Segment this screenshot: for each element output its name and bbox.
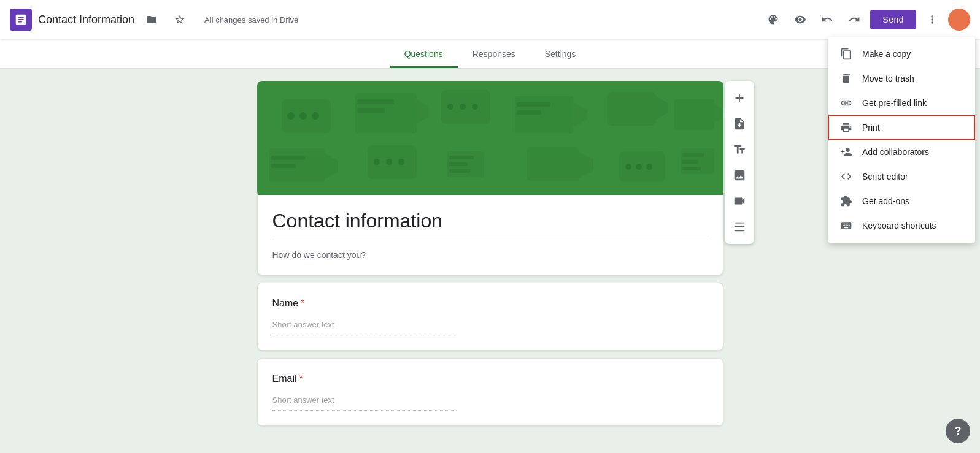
menu-item-script-editor[interactable]: Script editor: [828, 164, 975, 189]
form-banner: [257, 81, 723, 191]
import-questions-button[interactable]: [727, 112, 752, 136]
three-dots-icon: [926, 13, 938, 26]
tab-settings[interactable]: Settings: [530, 42, 591, 68]
palette-icon: [767, 13, 779, 26]
svg-point-1: [287, 112, 295, 120]
svg-rect-15: [517, 110, 541, 115]
svg-rect-18: [674, 99, 714, 130]
form-title-card: Contact information How do we contact yo…: [257, 191, 723, 275]
banner-svg: [257, 81, 723, 191]
keyboard-icon: [840, 219, 852, 232]
code-icon: [840, 170, 852, 183]
svg-point-35: [625, 164, 631, 170]
svg-rect-22: [271, 156, 305, 160]
menu-item-move-to-trash[interactable]: Move to trash: [828, 66, 975, 91]
copy-icon: [840, 48, 852, 60]
star-icon: [174, 14, 185, 25]
svg-point-36: [636, 164, 642, 170]
svg-marker-5: [417, 99, 429, 124]
svg-point-26: [386, 159, 392, 165]
svg-rect-7: [357, 108, 385, 113]
svg-point-25: [374, 159, 380, 165]
palette-button[interactable]: [762, 9, 784, 31]
svg-rect-30: [449, 162, 468, 166]
svg-marker-19: [714, 104, 723, 123]
answer-placeholder-email: Short answer text: [272, 393, 334, 405]
more-options-button[interactable]: [921, 9, 943, 31]
menu-item-print[interactable]: Print: [828, 115, 975, 140]
keyboard-shortcuts-label: Keyboard shortcuts: [862, 221, 963, 230]
tab-questions[interactable]: Questions: [390, 42, 458, 68]
print-icon: [840, 121, 852, 134]
answer-line-name: [272, 330, 457, 335]
add-title-button[interactable]: [727, 137, 752, 162]
menu-item-add-collaborators[interactable]: Add collaborators: [828, 140, 975, 164]
header: Contact Information All changes saved in…: [0, 0, 980, 39]
undo-button[interactable]: [816, 9, 838, 31]
section-icon: [733, 220, 746, 234]
save-status: All changes saved in Drive: [204, 15, 298, 25]
svg-point-11: [472, 104, 478, 110]
help-button[interactable]: ?: [946, 419, 970, 443]
svg-point-3: [312, 112, 319, 120]
avatar[interactable]: [948, 9, 970, 31]
redo-button[interactable]: [843, 9, 865, 31]
svg-rect-40: [682, 160, 698, 164]
svg-point-27: [398, 159, 404, 165]
menu-item-prefilled-link[interactable]: Get pre-filled link: [828, 91, 975, 115]
preview-button[interactable]: [789, 9, 811, 31]
svg-marker-33: [579, 152, 593, 178]
puzzle-icon: [840, 195, 852, 207]
link-icon: [840, 97, 852, 109]
svg-rect-4: [355, 93, 417, 133]
required-indicator-email: *: [299, 373, 303, 384]
app-icon: [10, 9, 32, 31]
answer-line-email: [272, 405, 457, 411]
svg-point-2: [299, 112, 307, 120]
svg-marker-17: [656, 96, 668, 120]
add-video-button[interactable]: [727, 189, 752, 213]
forms-icon: [14, 13, 28, 26]
svg-rect-23: [271, 164, 296, 168]
send-button[interactable]: Send: [870, 10, 916, 29]
tab-responses[interactable]: Responses: [458, 42, 530, 68]
svg-point-9: [447, 104, 453, 110]
folder-button[interactable]: [141, 9, 163, 31]
doc-title: Contact Information: [38, 13, 134, 26]
menu-item-get-addons[interactable]: Get add-ons: [828, 189, 975, 213]
add-section-button[interactable]: [727, 215, 752, 239]
svg-rect-32: [527, 147, 579, 181]
prefilled-link-label: Get pre-filled link: [862, 98, 963, 108]
svg-rect-16: [607, 92, 656, 126]
help-icon: ?: [955, 425, 962, 438]
add-question-button[interactable]: [727, 86, 752, 110]
form-container: Contact information How do we contact yo…: [257, 81, 723, 440]
image-icon: [733, 169, 746, 182]
svg-rect-29: [449, 156, 474, 159]
question-card-name: Name* Short answer text: [257, 283, 723, 351]
menu-item-make-copy[interactable]: Make a copy: [828, 42, 975, 66]
make-copy-label: Make a copy: [862, 49, 963, 59]
banner-pattern: [257, 81, 723, 191]
svg-marker-21: [325, 153, 338, 179]
menu-item-keyboard-shortcuts[interactable]: Keyboard shortcuts: [828, 213, 975, 238]
star-button[interactable]: [169, 9, 191, 31]
plus-icon: [733, 91, 746, 105]
svg-marker-13: [573, 102, 587, 127]
add-image-button[interactable]: [727, 163, 752, 188]
trash-icon: [840, 72, 852, 85]
svg-rect-6: [357, 99, 394, 104]
answer-placeholder-name: Short answer text: [272, 318, 334, 329]
question-card-email: Email* Short answer text: [257, 358, 723, 426]
get-addons-label: Get add-ons: [862, 196, 963, 206]
move-to-trash-label: Move to trash: [862, 74, 963, 83]
text-icon: [733, 143, 746, 156]
question-label-email: Email*: [272, 373, 708, 384]
add-collaborators-label: Add collaborators: [862, 147, 963, 157]
question-label-name: Name*: [272, 298, 708, 309]
dropdown-menu: Make a copy Move to trash Get pre-filled…: [828, 37, 975, 243]
required-indicator: *: [301, 298, 304, 308]
svg-rect-31: [449, 169, 471, 173]
svg-rect-14: [517, 102, 550, 107]
form-divider: [272, 240, 708, 240]
